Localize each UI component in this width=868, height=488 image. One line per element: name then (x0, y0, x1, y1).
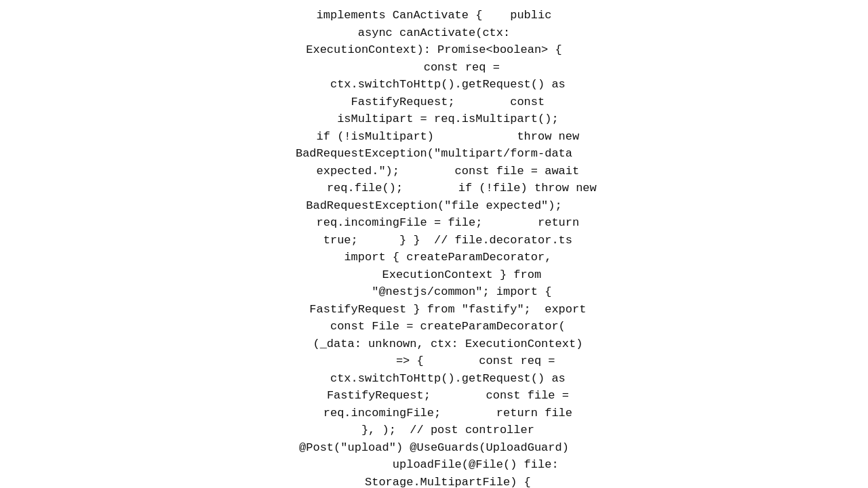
code-container: implements CanActivate { public async ca… (0, 0, 868, 488)
code-block: implements CanActivate { public async ca… (258, 0, 610, 488)
